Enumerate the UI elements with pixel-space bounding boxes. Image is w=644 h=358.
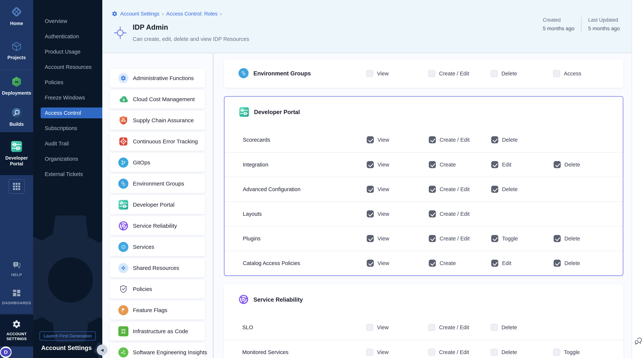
module-grid-button[interactable] (8, 179, 24, 194)
checkbox-delete[interactable] (491, 70, 498, 77)
checkbox-create-edit[interactable] (428, 324, 435, 331)
sidebar-item-account-resources[interactable]: Account Resources (33, 62, 102, 72)
checkbox-create-edit[interactable] (428, 349, 435, 356)
launch-first-generation-button[interactable]: Launch First Generation (40, 331, 96, 340)
checkbox-delete[interactable] (491, 186, 498, 193)
checkbox-delete[interactable] (491, 324, 498, 331)
checkbox-access[interactable] (553, 70, 560, 77)
chat-help-icon[interactable] (634, 336, 643, 346)
checkbox-create-edit[interactable] (429, 136, 436, 143)
account-settings-icon (12, 319, 21, 329)
permission-label: View (378, 236, 389, 242)
content-area: Administrative Functions$Cloud Cost Mana… (102, 54, 644, 358)
category-item-developer-portal[interactable]: Developer Portal (110, 195, 205, 214)
category-item-supply-chain-assurance[interactable]: Supply Chain Assurance (110, 111, 205, 130)
permission-label: View (378, 211, 389, 217)
sidebar-item-audit-trail[interactable]: Audit Trail (33, 138, 102, 149)
permission-create-edit: Create / Edit (429, 210, 470, 218)
checkbox-create-edit[interactable] (429, 235, 436, 242)
rail-item-label: DeveloperPortal (6, 155, 28, 167)
category-item-cloud-cost-management[interactable]: $Cloud Cost Management (110, 90, 205, 109)
permission-row-monitored-services: Monitored ServicesViewCreate / EditDelet… (224, 340, 623, 358)
checkbox-delete[interactable] (554, 235, 561, 242)
checkbox-create-edit[interactable] (429, 186, 436, 193)
section-header: Environment GroupsViewCreate / EditDelet… (224, 59, 623, 88)
breadcrumb-link[interactable]: Account Settings (120, 11, 159, 17)
permission-row-integration: IntegrationViewCreateEditDelete (224, 152, 623, 177)
category-item-software-engineering-insights[interactable]: Software Engineering Insights (110, 343, 205, 358)
permission-label: View (378, 260, 389, 266)
rail-item-account-settings[interactable]: ACCOUNTSETTINGS (0, 314, 33, 346)
checkbox-create[interactable] (429, 260, 436, 267)
checkbox-delete[interactable] (491, 349, 498, 356)
rail-item-projects[interactable]: Projects (0, 32, 33, 69)
checkbox-delete[interactable] (491, 136, 498, 143)
rail-item-home[interactable]: Home (0, 0, 33, 32)
sidebar-item-policies[interactable]: Policies (33, 77, 102, 88)
checkbox-view[interactable] (366, 324, 373, 331)
checkbox-delete[interactable] (554, 161, 561, 168)
rail-item-user[interactable]: D (0, 346, 12, 358)
sidebar-collapse-button[interactable]: ◀ (97, 344, 108, 355)
permission-access: Access (553, 70, 581, 77)
permission-label: Delete (502, 137, 518, 143)
permission-row-advanced-configuration: Advanced ConfigurationViewCreate / EditD… (224, 177, 623, 201)
sidebar-item-external-tickets[interactable]: External Tickets (33, 169, 102, 180)
checkbox-create[interactable] (429, 161, 436, 168)
section-card-developer-portal: Developer PortalScorecardsViewCreate / E… (224, 96, 623, 276)
permission-toggle: Toggle (491, 235, 518, 242)
sidebar-item-subscriptions[interactable]: Subscriptions (33, 123, 102, 134)
permission-label: Create / Edit (440, 186, 470, 193)
checkbox-edit[interactable] (491, 161, 498, 168)
category-item-policies[interactable]: Policies (110, 280, 205, 298)
checkbox-view[interactable] (367, 136, 374, 143)
checkbox-view[interactable] (367, 260, 374, 267)
category-item-feature-flags[interactable]: Feature Flags (110, 301, 205, 319)
sidebar-item-overview[interactable]: Overview (33, 16, 102, 27)
sidebar-item-access-control[interactable]: Access Control (40, 107, 102, 118)
rail-item-builds[interactable]: Builds (0, 102, 33, 132)
checkbox-create-edit[interactable] (428, 70, 435, 77)
checkbox-create-edit[interactable] (429, 210, 436, 218)
category-item-environment-groups[interactable]: Environment Groups (110, 174, 205, 193)
category-label: Services (133, 244, 154, 250)
sidebar-item-product-usage[interactable]: Product Usage (33, 46, 102, 57)
checkbox-toggle[interactable] (553, 349, 560, 356)
checkbox-toggle[interactable] (491, 235, 498, 242)
sidebar-item-authentication[interactable]: Authentication (33, 31, 102, 42)
sidebar-item-freeze-windows[interactable]: Freeze Windows (33, 92, 102, 103)
permission-label: Create / Edit (439, 349, 469, 355)
checkbox-view[interactable] (367, 235, 374, 242)
checkbox-view[interactable] (367, 186, 374, 193)
category-label: Developer Portal (133, 202, 174, 208)
category-item-administrative-functions[interactable]: Administrative Functions (110, 69, 205, 88)
category-item-infrastructure-as-code[interactable]: Infrastructure as Code (110, 322, 205, 341)
rail-item-deployments[interactable]: ∞Deployments (0, 70, 33, 102)
section-title: Service Reliability (254, 296, 303, 303)
rail-item-help[interactable]: ?HELP (0, 258, 33, 280)
category-item-service-reliability[interactable]: Service Reliability (110, 216, 205, 235)
permission-label: View (377, 71, 388, 77)
category-label: Environment Groups (133, 181, 184, 187)
checkbox-view[interactable] (366, 70, 373, 77)
checkbox-edit[interactable] (491, 260, 498, 267)
rail-item-dashboards[interactable]: DASHBOARDS (0, 280, 33, 314)
category-item-continuous-error-tracking[interactable]: Continuous Error Tracking (110, 132, 205, 151)
permission-row-layouts: LayoutsViewCreate / Edit (224, 201, 623, 226)
rail-item-developer-portal[interactable]: DeveloperPortal (0, 132, 33, 175)
checkbox-view[interactable] (367, 161, 374, 168)
checkbox-view[interactable] (366, 349, 373, 356)
category-item-gitops[interactable]: GitOps (110, 153, 205, 172)
checkbox-delete[interactable] (554, 260, 561, 267)
breadcrumb-link[interactable]: Access Control: Roles (166, 11, 218, 17)
section-header: Developer Portal (224, 97, 623, 127)
user-avatar[interactable]: D (0, 347, 12, 357)
category-item-services[interactable]: Services (110, 237, 205, 256)
checkbox-view[interactable] (367, 210, 374, 218)
rail-item-module-grid[interactable] (0, 175, 33, 198)
sidebar-item-organizations[interactable]: Organizations (33, 153, 102, 164)
category-item-shared-resources[interactable]: Shared Resources (110, 259, 205, 277)
envgroups-icon (118, 179, 128, 189)
breadcrumb: Account Settings›Access Control: Roles› (112, 11, 222, 17)
permission-row-catalog-access-policies: Catalog Access PoliciesViewCreateEditDel… (224, 251, 623, 275)
